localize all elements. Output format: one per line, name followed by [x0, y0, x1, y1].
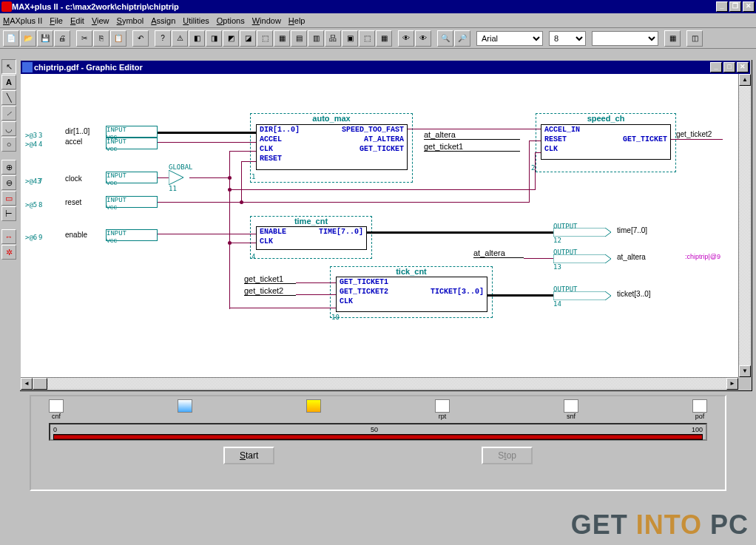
warn-button[interactable]: ⚠ [172, 30, 188, 47]
zoom-in-tool[interactable]: ⊕ [1, 160, 16, 175]
stage-pof: pof [692, 399, 707, 420]
menu-symbol[interactable]: Symbol [117, 16, 144, 25]
wire [241, 161, 242, 203]
size-select[interactable]: 8 [549, 31, 586, 46]
pin-num: 12 [553, 237, 561, 244]
app-icon [1, 1, 12, 12]
cut-button[interactable]: ✂ [76, 30, 92, 47]
zoom-out-tool[interactable]: ⊖ [1, 175, 16, 190]
tool-button-2[interactable]: ◨ [206, 30, 222, 47]
arc-tool[interactable]: ◡ [1, 121, 16, 136]
editor-icon [22, 62, 33, 72]
style-select[interactable] [592, 31, 658, 46]
block-num: 4 [252, 253, 255, 260]
tool-button-7[interactable]: ▤ [291, 30, 307, 47]
stop-button[interactable]: Stop [482, 447, 533, 464]
vwire-tool[interactable]: ✲ [1, 245, 16, 260]
line-tool[interactable]: ╲ [1, 90, 16, 105]
time-cnt-title: time_cnt [250, 216, 372, 226]
tool-button-16[interactable]: 🔎 [454, 30, 470, 47]
time-cnt-block[interactable]: ENABLE TIME[7..0] CLK [256, 226, 367, 250]
tool-button-12[interactable]: ▦ [376, 30, 392, 47]
menu-utilities[interactable]: Utilities [183, 16, 209, 25]
save-button[interactable]: 💾 [37, 30, 53, 47]
auto-max-block[interactable]: DIR[1..0] SPEED_TOO_FAST ACCELAT_ALTERA … [256, 124, 408, 170]
fit-tool[interactable]: ▭ [1, 191, 16, 206]
editor-minimize[interactable]: _ [710, 62, 722, 72]
undo-button[interactable]: ↶ [132, 30, 149, 47]
scroll-down[interactable]: ▼ [739, 365, 751, 377]
paste-button[interactable]: 📋 [110, 30, 126, 47]
output-get-ticket2: get_ticket2 [676, 130, 712, 138]
wire [158, 132, 256, 134]
wire [529, 141, 530, 203]
tool-button-13[interactable]: 👁 [398, 30, 414, 47]
vscrollbar[interactable]: ▲ ▼ [738, 74, 750, 377]
speed-ch-block[interactable]: ACCEL_IN RESETGET_TICKET CLK [541, 124, 671, 160]
pin-num: 13 [553, 263, 561, 271]
connect-tool[interactable]: ⊢ [1, 206, 16, 221]
tool-button-8[interactable]: ▥ [308, 30, 324, 47]
tool-button-10[interactable]: ▣ [342, 30, 358, 47]
speed-ch-title: speed_ch [536, 113, 676, 123]
minimize-button[interactable]: _ [716, 1, 728, 12]
input-symbol: INPUTVCC [106, 172, 158, 183]
main-titlebar: MAX+plus II - c:\max2work\chiptrip\chipt… [0, 0, 756, 13]
wire [229, 189, 536, 190]
tool-button-17[interactable]: ▦ [664, 30, 681, 47]
tool-button-11[interactable]: ⬚ [359, 30, 375, 47]
tool-button-1[interactable]: ◧ [189, 30, 205, 47]
wire [241, 202, 530, 203]
pointer-tool[interactable]: ↖ [1, 59, 16, 74]
input-reset: reset [65, 198, 81, 206]
wire [408, 129, 541, 129]
editor-maximize[interactable]: □ [723, 62, 735, 72]
menu-options[interactable]: Options [217, 16, 245, 25]
output-time: time[7..0] [617, 226, 647, 234]
menu-maxplus[interactable]: MAXplus II [3, 16, 42, 25]
tool-button-3[interactable]: ◩ [223, 30, 239, 47]
tool-button-15[interactable]: 🔍 [437, 30, 453, 47]
text-tool[interactable]: A [1, 75, 16, 89]
pin-ann: >@4 [25, 141, 37, 148]
menu-assign[interactable]: Assign [151, 16, 175, 25]
scroll-thumb[interactable] [33, 378, 47, 390]
input-symbol: INPUTVCC [106, 229, 158, 241]
tool-button-14[interactable]: 👁 [415, 30, 431, 47]
menu-file[interactable]: File [50, 16, 63, 25]
font-select[interactable]: Arial [476, 31, 543, 46]
print-button[interactable]: 🖨 [54, 30, 70, 47]
schematic-canvas[interactable]: >@3 >@4 >@43 >@5 >@6 3 4 7 8 9 dir[1..0]… [21, 74, 738, 377]
hwire-tool[interactable]: ↔ [1, 229, 16, 244]
menu-view[interactable]: View [92, 16, 109, 25]
input-accel: accel [65, 138, 82, 146]
hscrollbar[interactable]: ◄ ► [21, 377, 738, 389]
menu-edit[interactable]: Edit [70, 16, 84, 25]
scroll-up[interactable]: ▲ [739, 74, 751, 86]
help-button[interactable]: ? [155, 30, 171, 47]
new-button[interactable]: 📄 [3, 30, 19, 47]
tool-button-4[interactable]: ◪ [240, 30, 256, 47]
tool-button-5[interactable]: ⬚ [257, 30, 273, 47]
scroll-left[interactable]: ◄ [21, 378, 33, 390]
menu-window[interactable]: Window [252, 16, 281, 25]
start-button[interactable]: Start [223, 447, 274, 464]
tool-button-6[interactable]: ▦ [274, 30, 290, 47]
maximize-button[interactable]: ❐ [729, 1, 741, 12]
wire [158, 202, 243, 203]
open-button[interactable]: 📂 [20, 30, 36, 47]
scroll-right[interactable]: ► [726, 378, 738, 390]
copy-button[interactable]: ⎘ [93, 30, 109, 47]
wire [529, 141, 541, 141]
diag-tool[interactable]: ⟋ [1, 106, 16, 121]
editor-close[interactable]: ✕ [737, 62, 749, 72]
close-button[interactable]: ✕ [743, 1, 755, 12]
menu-help[interactable]: Help [288, 16, 306, 25]
tick-cnt-block[interactable]: GET_TICKET1 GET_TICKET2 TICKET[3..0] CLK [336, 277, 487, 312]
circle-tool[interactable]: ○ [1, 137, 16, 152]
tool-button-18[interactable]: ◫ [686, 30, 703, 47]
wire [158, 177, 169, 178]
auto-max-title: auto_max [250, 113, 413, 123]
compile-panel: cnf rpt snf pof 0 50 100 Start Stop [30, 395, 726, 491]
tool-button-9[interactable]: 品 [325, 30, 341, 47]
